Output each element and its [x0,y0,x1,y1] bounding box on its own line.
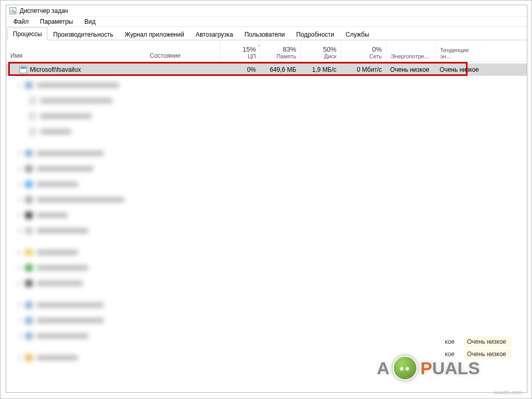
tab-performance[interactable]: Производительность [47,28,119,40]
tab-app-history[interactable]: Журнал приложений [119,28,190,40]
titlebar[interactable]: Диспетчер задач [6,5,527,17]
svg-rect-2 [12,9,13,13]
process-power-trend-cell: Очень низкое [436,66,485,73]
tab-details[interactable]: Подробности [291,28,340,40]
menu-file[interactable]: Файл [8,17,34,26]
tab-startup[interactable]: Автозагрузка [190,28,239,40]
process-name-cell: Microsoft\fsavailux [6,66,146,73]
col-cpu[interactable]: 15%ЦП ⌄ [220,40,260,61]
process-network-cell: 0 Мбит/с [341,66,386,73]
tabbar: Процессы Производительность Журнал прило… [6,27,527,40]
process-power-cell: Очень низкое [386,66,436,73]
chevron-down-icon: ⌄ [257,42,261,47]
tab-processes[interactable]: Процессы [7,27,47,40]
process-name: Microsoft\fsavailux [30,66,81,73]
col-network[interactable]: 0%Сеть [341,40,386,61]
col-name[interactable]: Имя [6,40,146,61]
col-power-trend[interactable]: Тенденция эн... [436,40,485,61]
col-disk[interactable]: 50%Диск [300,40,341,61]
col-memory[interactable]: 83%Память [260,40,300,61]
process-cpu-cell: 0% [220,66,260,73]
window-title: Диспетчер задач [20,7,68,14]
column-headers: Имя Состояние 15%ЦП ⌄ 83%Память 50%Диск … [6,40,527,62]
svg-rect-1 [11,10,12,13]
process-memory-cell: 649,6 МБ [260,66,300,73]
col-power[interactable]: Энергопотре... [386,40,436,61]
watermark-text: wsxdn.com [494,389,522,395]
menu-view[interactable]: Вид [79,17,101,26]
svg-rect-3 [14,11,15,13]
menu-options[interactable]: Параметры [35,17,78,26]
appuals-logo: A PUALS [377,356,480,380]
task-manager-icon [9,7,17,14]
menubar: Файл Параметры Вид [6,17,527,27]
task-manager-window: Диспетчер задач Файл Параметры Вид Проце… [6,5,527,393]
appuals-mascot-icon [393,356,417,380]
process-disk-cell: 1,9 МБ/с [300,66,341,73]
tab-services[interactable]: Службы [340,28,375,40]
process-list-area: Имя Состояние 15%ЦП ⌄ 83%Память 50%Диск … [6,40,527,392]
tab-users[interactable]: Пользователи [239,28,291,40]
process-icon [20,66,27,73]
process-row-selected[interactable]: Microsoft\fsavailux 0% 649,6 МБ 1,9 МБ/с… [6,63,527,76]
col-state[interactable]: Состояние [146,40,220,61]
blurred-process-list [6,77,527,365]
